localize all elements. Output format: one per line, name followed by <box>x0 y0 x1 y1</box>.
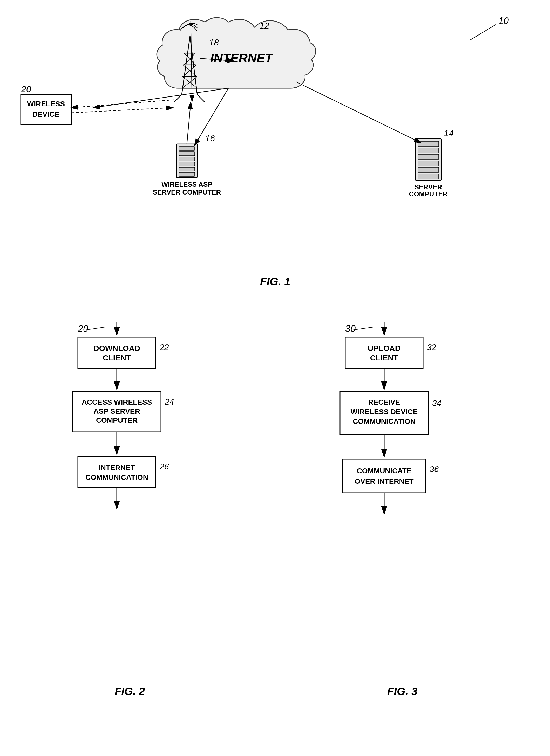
upload-client-line2: CLIENT <box>370 353 398 362</box>
ref-24-text: 24 <box>164 397 174 406</box>
fig3-svg: 30 UPLOAD CLIENT 32 RECEIVE WIRELESS DEV… <box>286 316 519 705</box>
internet-comm-line1: INTERNET <box>99 464 135 472</box>
svg-text:18: 18 <box>209 37 219 47</box>
svg-rect-17 <box>179 147 195 150</box>
ref-36-text: 36 <box>430 464 439 474</box>
internet-comm-rect <box>78 456 156 488</box>
ref-30-text: 30 <box>345 323 356 334</box>
upload-client-line1: UPLOAD <box>368 344 401 352</box>
fig1-label: FIG. 1 <box>260 275 291 288</box>
fig2-label: FIG. 2 <box>115 685 145 698</box>
svg-line-40 <box>187 102 191 144</box>
access-wireless-line1: ACCESS WIRELESS <box>82 398 152 406</box>
svg-line-46 <box>86 327 106 330</box>
cloud-group: INTERNET 12 <box>157 18 316 88</box>
access-wireless-line2: ASP SERVER <box>93 407 140 415</box>
svg-rect-28 <box>418 148 439 153</box>
svg-rect-27 <box>418 141 439 147</box>
svg-line-51 <box>353 327 375 330</box>
svg-text:16: 16 <box>205 133 215 143</box>
svg-rect-29 <box>418 154 439 159</box>
ref-22-text: 22 <box>159 343 169 352</box>
receive-wireless-line1: RECEIVE <box>368 398 400 406</box>
ref-12-text: 12 <box>259 20 269 30</box>
ref-10-text: 10 <box>498 16 509 26</box>
svg-line-44 <box>93 88 228 108</box>
svg-text:SERVER COMPUTER: SERVER COMPUTER <box>153 188 221 196</box>
fig1-svg: INTERNET 12 10 <box>16 8 535 293</box>
ref-34-text: 34 <box>432 398 442 408</box>
upload-client-rect <box>345 337 423 368</box>
download-client-rect <box>78 337 156 368</box>
wireless-device-line1: WIRELESS <box>27 100 65 108</box>
wireless-device-rect <box>21 95 71 124</box>
server-group: SERVER COMPUTER 14 <box>409 128 454 198</box>
ref-32-text: 32 <box>427 343 436 352</box>
svg-rect-20 <box>179 162 195 166</box>
communicate-internet-line2: OVER INTERNET <box>355 477 414 485</box>
svg-rect-30 <box>418 161 439 166</box>
receive-wireless-line2: WIRELESS DEVICE <box>351 408 418 416</box>
ref-20-fig1-text: 20 <box>21 84 31 94</box>
ref-26-text: 26 <box>159 462 169 471</box>
download-client-line2: CLIENT <box>103 353 131 362</box>
fig2-container: 20 DOWNLOAD CLIENT 22 ACCESS WIRELESS AS… <box>26 316 233 705</box>
receive-wireless-line3: COMMUNICATION <box>353 417 416 425</box>
svg-line-14 <box>197 95 205 102</box>
svg-rect-18 <box>179 152 195 156</box>
svg-rect-32 <box>418 174 439 179</box>
communicate-internet-line1: COMMUNICATE <box>357 467 411 475</box>
svg-rect-19 <box>179 157 195 161</box>
svg-line-42 <box>71 108 173 113</box>
ref-20-fig2-text: 20 <box>78 323 88 334</box>
fig3-container: 30 UPLOAD CLIENT 32 RECEIVE WIRELESS DEV… <box>286 316 519 705</box>
internet-text: INTERNET <box>210 51 273 65</box>
svg-line-0 <box>470 25 496 40</box>
wireless-device-line2: DEVICE <box>32 110 59 118</box>
svg-line-38 <box>296 82 421 143</box>
fig1-container: INTERNET 12 10 <box>16 8 535 293</box>
access-wireless-line3: COMPUTER <box>96 416 137 424</box>
fig2-svg: 20 DOWNLOAD CLIENT 22 ACCESS WIRELESS AS… <box>26 316 233 705</box>
download-client-line1: DOWNLOAD <box>93 344 140 352</box>
svg-rect-22 <box>179 172 195 176</box>
svg-text:14: 14 <box>444 128 454 138</box>
svg-text:SERVER: SERVER <box>415 183 442 191</box>
svg-text:COMPUTER: COMPUTER <box>409 190 448 198</box>
svg-rect-31 <box>418 167 439 172</box>
communicate-internet-rect <box>343 459 426 493</box>
svg-rect-21 <box>179 167 195 171</box>
fig3-label: FIG. 3 <box>387 685 418 698</box>
internet-comm-line2: COMMUNICATION <box>85 473 148 481</box>
svg-text:WIRELESS ASP: WIRELESS ASP <box>161 181 212 188</box>
